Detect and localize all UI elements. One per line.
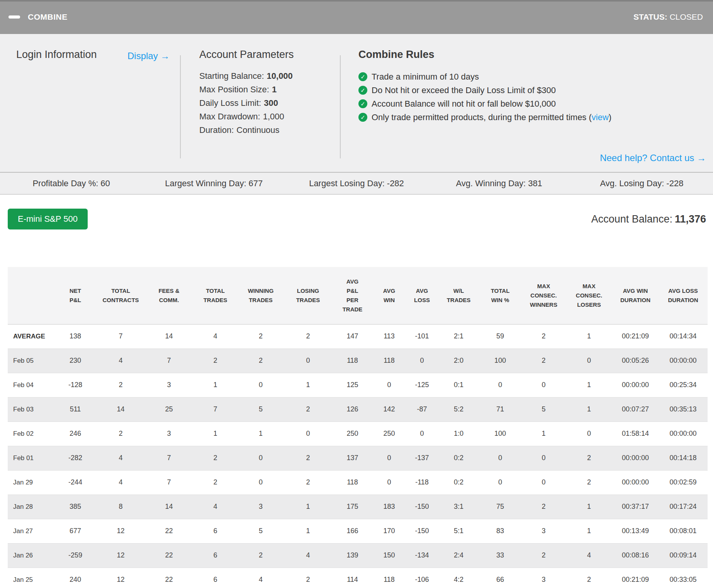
table-cell: 5	[238, 397, 284, 421]
table-cell: 4	[566, 543, 612, 568]
column-header: AVG WIN DURATION	[612, 267, 659, 324]
stat-item: Profitable Day %:60	[0, 178, 143, 189]
column-header: AVG P&L PER TRADE	[332, 267, 373, 324]
stat-value: 677	[249, 178, 263, 188]
table-cell: 22	[145, 568, 193, 588]
table-row: Jan 26-2591222624139150-1342:4332400:08:…	[8, 543, 708, 568]
table-cell: 4	[193, 324, 238, 348]
table-cell: 0:2	[438, 470, 479, 495]
table-header-row: NET P&LTOTAL CONTRACTSFEES & COMM.TOTAL …	[8, 267, 708, 324]
table-cell: 0	[238, 470, 284, 495]
display-link[interactable]: Display →	[127, 51, 170, 61]
table-cell: -106	[406, 568, 438, 588]
table-cell: -118	[406, 470, 438, 495]
combine-rules-list: ✓ Trade a minimum of 10 days ✓ Do Not hi…	[358, 70, 611, 124]
table-cell: 7	[97, 324, 145, 348]
table-cell: 3	[521, 568, 566, 588]
table-cell: 14	[97, 397, 145, 421]
table-cell: 0:1	[438, 373, 479, 397]
row-label: Jan 26	[8, 543, 54, 568]
parameter-row: Daily Loss Limit: 300	[199, 96, 294, 110]
table-row: Jan 276771222651166170-1505:1833100:13:4…	[8, 519, 708, 543]
check-icon: ✓	[358, 113, 367, 122]
product-row: E-mini S&P 500 Account Balance:11,376	[0, 195, 713, 229]
parameter-value: 300	[264, 96, 278, 110]
table-cell: 7	[145, 470, 193, 495]
table-cell: 2	[193, 470, 238, 495]
table-cell: 4	[238, 568, 284, 588]
table-cell: 14	[145, 324, 193, 348]
parameter-label: Max Drawdown:	[199, 110, 260, 123]
table-cell: 1	[284, 373, 332, 397]
table-cell: 126	[332, 397, 373, 421]
table-cell: 1	[284, 495, 332, 519]
table-cell: 1	[193, 373, 238, 397]
table-cell: 00:21:09	[612, 324, 659, 348]
account-balance-label: Account Balance:	[591, 213, 672, 225]
login-information-title: Login Information	[16, 49, 97, 61]
contact-us-link[interactable]: Need help? Contact us →	[600, 153, 706, 163]
table-cell: 2	[238, 324, 284, 348]
parameter-label: Daily Loss Limit:	[199, 96, 261, 110]
account-balance-value: 11,376	[675, 213, 706, 225]
table-cell: 5	[238, 519, 284, 543]
combine-rules-block: Combine Rules ✓ Trade a minimum of 10 da…	[358, 49, 611, 124]
table-cell: -259	[54, 543, 97, 568]
stat-label: Avg. Losing Day:	[600, 178, 664, 188]
table-cell: 0	[373, 373, 406, 397]
stat-label: Largest Winning Day:	[165, 178, 246, 188]
table-cell: -244	[54, 470, 97, 495]
table-row: Feb 04-128231011250-1250:100100:00:0000:…	[8, 373, 708, 397]
table-cell: 00:08:16	[612, 543, 659, 568]
parameter-value: Continuous	[236, 123, 279, 137]
table-cell: 0	[479, 373, 521, 397]
table-cell: 2	[521, 495, 566, 519]
table-cell: -87	[406, 397, 438, 421]
vertical-divider	[340, 55, 341, 158]
table-cell: 4	[284, 543, 332, 568]
row-label: Feb 05	[8, 348, 54, 373]
table-cell: -101	[406, 324, 438, 348]
table-cell: 0	[238, 446, 284, 470]
vertical-divider	[180, 55, 181, 158]
table-cell: 0	[238, 373, 284, 397]
table-cell: 00:14:18	[659, 446, 708, 470]
table-cell: 511	[54, 397, 97, 421]
table-cell: 677	[54, 519, 97, 543]
table-cell: 6	[193, 543, 238, 568]
table-cell: 2	[193, 348, 238, 373]
stat-item: Avg. Losing Day:-228	[570, 178, 713, 189]
column-header: AVG LOSS DURATION	[659, 267, 708, 324]
table-cell: 33	[479, 543, 521, 568]
rule-text: Account Balance will not hit or fall bel…	[372, 97, 556, 110]
collapse-button[interactable]	[8, 11, 22, 23]
table-cell: 1	[521, 421, 566, 446]
table-cell: 150	[373, 543, 406, 568]
table-cell: 1	[238, 421, 284, 446]
product-button[interactable]: E-mini S&P 500	[8, 209, 88, 229]
table-cell: 5:1	[438, 519, 479, 543]
table-cell: 125	[332, 373, 373, 397]
table-cell: 4	[97, 470, 145, 495]
table-cell: 59	[479, 324, 521, 348]
table-cell: 2	[521, 543, 566, 568]
table-cell: 1	[566, 397, 612, 421]
stat-value: 381	[528, 178, 542, 188]
table-row: Jan 29-244472021180-1180:200200:00:0000:…	[8, 470, 708, 495]
table-cell: 166	[332, 519, 373, 543]
table-cell: 0	[521, 470, 566, 495]
row-label: Feb 04	[8, 373, 54, 397]
parameter-row: Duration: Continuous	[199, 123, 294, 137]
rule-item: ✓ Do Not hit or exceed the Daily Loss Li…	[358, 83, 611, 97]
stat-label: Largest Losing Day:	[309, 178, 385, 188]
view-link[interactable]: view	[592, 112, 609, 122]
table-cell: 1	[566, 519, 612, 543]
account-parameters-list: Starting Balance: 10,000 Max Position Si…	[199, 69, 294, 137]
table-cell: 00:00:00	[612, 373, 659, 397]
table-cell: 75	[479, 495, 521, 519]
rule-text: Do Not hit or exceed the Daily Loss Limi…	[372, 83, 556, 97]
table-cell: 183	[373, 495, 406, 519]
table-cell: 1	[566, 495, 612, 519]
table-cell: 100	[479, 348, 521, 373]
table-cell: 0	[521, 446, 566, 470]
